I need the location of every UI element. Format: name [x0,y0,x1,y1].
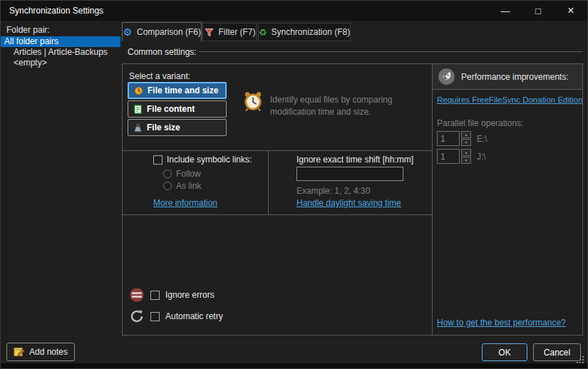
automatic-retry-icon [129,308,145,324]
folder-item-articles[interactable]: Articles | Article-Backups [1,47,120,58]
include-symlinks-label: Include symbolic links: [167,155,252,165]
parallel-ops-input-1[interactable] [437,131,460,146]
automatic-retry-label: Automatic retry [165,311,223,321]
close-button[interactable]: × [555,1,587,21]
include-symlinks-checkbox[interactable] [153,155,163,165]
variant-file-time-and-size[interactable]: File time and size [128,82,227,99]
drive-label-j: J:\ [477,152,486,162]
variant-label: File size [147,123,180,132]
as-link-radio[interactable] [163,182,172,190]
notes-icon [14,346,25,358]
tab-comparison-label: Comparison (F6) [137,27,201,37]
symlink-timeshift-divider [268,150,269,214]
window-title: Synchronization Settings [9,6,103,16]
titlebar[interactable]: Synchronization Settings — □ × [1,1,587,21]
synchronization-settings-dialog: Synchronization Settings — □ × Folder pa… [0,0,588,369]
more-information-link[interactable]: More information [153,198,217,208]
spin-down-button[interactable]: ▼ [461,139,471,146]
spin-up-button[interactable]: ▲ [461,149,471,156]
ignore-errors-icon [129,287,145,303]
spin-up-button[interactable]: ▲ [461,131,471,138]
spin-up-icon: ▲ [465,132,468,137]
time-shift-input[interactable] [296,167,403,181]
parallel-ops-input-2[interactable] [437,149,460,164]
ok-button-label: OK [498,348,510,358]
time-shift-label: Ignore exact time shift [hh:mm] [296,155,413,165]
common-settings-label: Common settings: [128,47,197,57]
window-controls: — □ × [489,1,587,21]
follow-radio-row: Follow [163,169,201,179]
ok-button[interactable]: OK [482,343,527,361]
parallel-operations-label: Parallel file operations: [437,118,523,128]
common-settings-separator [199,51,583,52]
resize-grip[interactable] [576,355,584,366]
as-link-radio-row: As link [163,181,201,191]
automatic-retry-checkbox[interactable] [150,312,160,321]
symlink-section-top-divider [122,150,432,151]
spin-down-icon: ▼ [465,158,468,162]
performance-header-label: Performance improvements: [461,72,569,82]
tab-synchronization-label: Synchronization (F8) [271,27,350,37]
spin-down-button[interactable]: ▼ [461,157,471,164]
tab-filter-label: Filter (F7) [219,27,256,37]
performance-header: Performance improvements: [432,63,583,90]
folder-item-all-folder-pairs[interactable]: All folder pairs [1,36,120,47]
maximize-button[interactable]: □ [522,1,555,21]
folder-item-empty[interactable]: <empty> [1,58,120,68]
add-notes-button[interactable]: Add notes [6,343,75,361]
spinner-2: ▲ ▼ [461,149,471,164]
tab-filter[interactable]: Filter (F7) [202,23,257,41]
synchronization-arrows-icon: ♻ [259,27,267,38]
tab-comparison[interactable]: ⚙ Comparison (F6) [122,22,202,41]
follow-label: Follow [176,169,201,179]
maximize-icon: □ [535,6,541,16]
donation-edition-link[interactable]: Requires FreeFileSync Donation Edition [437,95,583,104]
time-shift-example: Example: 1, 2, 4:30 [296,186,370,196]
variant-label: File content [147,104,195,114]
minimize-icon: — [501,6,510,16]
parallel-ops-row-2: ▲ ▼ J:\ [437,149,486,164]
variant-label: File time and size [148,85,218,95]
cancel-button[interactable]: Cancel [533,343,581,361]
file-size-scale-icon [133,123,143,132]
select-variant-label: Select a variant: [129,71,190,81]
parallel-ops-row-1: ▲ ▼ E:\ [437,131,488,146]
alarm-clock-icon [242,90,264,114]
spin-down-icon: ▼ [465,140,468,145]
spinner-1: ▲ ▼ [461,131,471,146]
drive-label-e: E:\ [477,134,488,144]
filter-funnel-icon [204,27,215,38]
automatic-retry-row: Automatic retry [129,308,223,324]
comparison-gear-icon: ⚙ [123,27,133,38]
ignore-errors-row: Ignore errors [129,287,215,303]
variant-file-content[interactable]: File content [128,100,227,118]
follow-radio[interactable] [163,170,172,178]
close-icon: × [567,4,574,17]
best-performance-link[interactable]: How to get the best performance? [437,318,566,328]
file-content-icon [133,105,143,114]
variant-description: Identify equal files by comparing modifi… [270,94,425,119]
as-link-label: As link [176,181,201,191]
window-bottom-edge [1,363,587,368]
minimize-button[interactable]: — [489,1,522,21]
include-symlinks-row: Include symbolic links: [153,155,252,165]
ignore-errors-label: Ignore errors [165,290,215,300]
spin-up-icon: ▲ [465,150,468,155]
variant-file-size[interactable]: File size [128,119,227,136]
clock-pencil-icon [134,86,143,95]
daylight-saving-link[interactable]: Handle daylight saving time [296,198,401,208]
ignore-errors-checkbox[interactable] [150,291,160,300]
rocket-icon [438,68,455,85]
performance-panel-divider [432,63,433,336]
add-notes-label: Add notes [29,347,68,357]
cancel-button-label: Cancel [544,348,570,358]
folder-pair-label: Folder pair: [6,25,50,35]
tab-synchronization[interactable]: ♻ Synchronization (F8) [258,23,351,41]
symlink-section-bottom-divider [122,214,432,215]
